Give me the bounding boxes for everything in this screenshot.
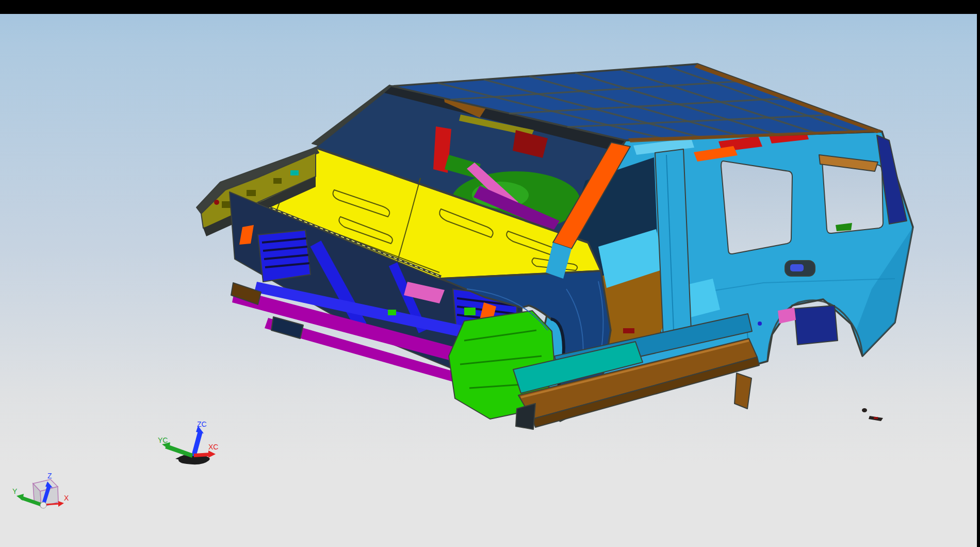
debris-fragments[interactable] [862,408,883,421]
abs-y-axis-tip [17,494,24,501]
car-body-model[interactable] [0,0,980,547]
wcs-y-label: YC [158,436,168,444]
top-frame-bar [0,0,980,14]
debris-fragment[interactable] [862,408,867,412]
abs-x-axis-tip [58,501,64,507]
right-frame-bar [977,0,980,547]
wcs-z-label: ZC [197,420,207,428]
air-dam[interactable] [271,317,303,339]
plug-dot [758,321,762,326]
wcs-x-axis-tip [208,451,216,458]
rear-door-window-opening[interactable] [721,161,792,254]
wcs-triad[interactable]: ZC YC XC [155,405,232,472]
origin-sphere[interactable] [40,502,46,508]
absolute-triad[interactable]: Z Y X [10,467,77,524]
rear-sill-bracket[interactable] [734,373,752,409]
arch-inner-box[interactable] [794,305,838,345]
graphics-viewport[interactable]: ZC YC XC Z Y X [0,0,980,547]
cad-application-window: ZC YC XC Z Y X [0,0,980,547]
door-handle[interactable] [785,261,815,276]
abs-y-label: Y [12,487,18,495]
wcs-z-axis-arrow[interactable] [191,429,203,457]
wcs-x-label: XC [208,443,218,451]
abs-x-label: X [64,494,69,502]
abs-z-label: Z [47,472,52,480]
